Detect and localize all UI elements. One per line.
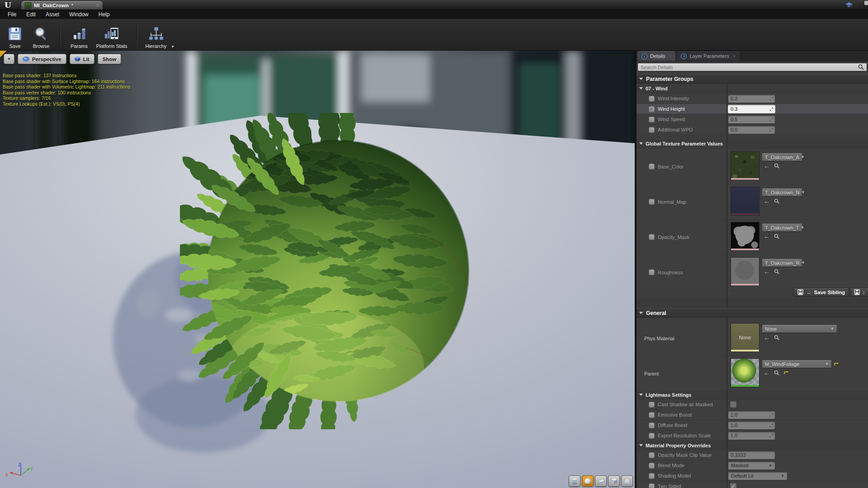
lit-mode-button[interactable]: Lit — [70, 54, 94, 64]
normal-map-asset-dropdown[interactable]: T_Oakcrown_N▼ — [762, 188, 802, 196]
hierarchy-button[interactable]: Hierarchy ▼ — [143, 21, 169, 49]
viewport-options-button[interactable]: ▼ — [4, 54, 14, 64]
expand-value-icon[interactable] — [769, 107, 774, 111]
param-row-wind-intensity[interactable]: Wind Intensity 0.2 — [637, 94, 868, 104]
preview-mesh-sphere-button[interactable] — [582, 475, 594, 487]
menu-window[interactable]: Window — [64, 10, 94, 19]
save-child-button[interactable]: ↓ S — [850, 287, 868, 297]
normal-map-thumbnail[interactable] — [731, 187, 760, 216]
show-menu-button[interactable]: Show — [98, 54, 122, 64]
override-checkbox[interactable] — [649, 452, 655, 458]
opacity-mask-clip-value-field[interactable]: 0.3333 — [728, 451, 775, 459]
browse-to-asset-icon[interactable] — [774, 234, 779, 239]
expand-value-icon[interactable] — [769, 423, 774, 427]
override-checkbox[interactable] — [649, 402, 655, 408]
use-selected-icon[interactable]: ← — [764, 335, 770, 340]
param-row-phys-material[interactable]: Phys Material None None▼ ← — [637, 321, 868, 356]
override-checkbox[interactable] — [649, 96, 655, 102]
override-checkbox[interactable] — [649, 127, 655, 133]
param-row-base-color[interactable]: Base_Color T_Oakcrown_A▼ ← — [637, 149, 868, 184]
section-material-property-overrides[interactable]: Material Property Overrides — [637, 441, 868, 450]
wind-height-field[interactable]: 0.3 — [728, 105, 775, 113]
browse-button[interactable]: Browse — [28, 21, 54, 49]
expand-value-icon[interactable] — [769, 413, 774, 417]
use-selected-icon[interactable]: ← — [764, 370, 770, 375]
override-checkbox[interactable] — [649, 199, 655, 205]
override-checkbox[interactable] — [649, 269, 655, 275]
wind-intensity-field[interactable]: 0.2 — [728, 95, 775, 103]
browse-to-asset-icon[interactable] — [774, 370, 779, 375]
menu-file[interactable]: File — [3, 10, 21, 19]
override-checkbox[interactable] — [649, 164, 655, 169]
menu-help[interactable]: Help — [94, 10, 115, 19]
preview-mesh-cylinder-button[interactable] — [569, 475, 580, 487]
param-row-opacity-mask-clip-value[interactable]: Opacity Mask Clip Value 0.3333 — [637, 450, 868, 460]
section-global-textures[interactable]: Global Texture Parameter Values — [637, 139, 868, 148]
platform-stats-button[interactable]: Platform Stats — [92, 21, 131, 49]
menu-asset[interactable]: Asset — [41, 10, 64, 19]
two-sided-checkbox[interactable]: ✓ — [730, 483, 736, 488]
close-icon[interactable]: × — [96, 3, 99, 8]
use-selected-icon[interactable]: ← — [764, 234, 770, 239]
chevron-down-icon[interactable]: ▼ — [171, 45, 175, 49]
phys-material-thumbnail[interactable]: None — [731, 323, 760, 352]
param-row-normal-map[interactable]: Normal_Map T_Oakcrown_N▼ ← — [637, 184, 868, 220]
use-selected-icon[interactable]: ← — [764, 269, 770, 274]
param-row-emissive-boost[interactable]: Emissive Boost 1.0 — [637, 410, 868, 420]
override-checkbox[interactable] — [649, 412, 655, 418]
preview-mesh-custom-button[interactable] — [621, 475, 633, 487]
expand-value-icon[interactable] — [769, 117, 774, 122]
base-color-asset-dropdown[interactable]: T_Oakcrown_A▼ — [762, 153, 802, 161]
override-checkbox[interactable] — [649, 483, 655, 488]
section-general[interactable]: General — [637, 308, 868, 318]
phys-material-dropdown[interactable]: None▼ — [762, 325, 837, 333]
section-wind[interactable]: 07 - Wind — [637, 84, 868, 93]
diffuse-boost-field[interactable]: 1.0 — [728, 422, 775, 429]
param-row-two-sided[interactable]: Two Sided ✓ — [637, 481, 868, 488]
search-input[interactable]: Search Details — [637, 63, 867, 71]
tab-layer-parameters[interactable]: i Layer Parameters × — [677, 51, 739, 61]
param-row-wind-height[interactable]: ✓Wind Height 0.3 — [637, 104, 868, 114]
roughness-thumbnail[interactable] — [731, 257, 760, 286]
param-row-opacity-mask[interactable]: Opacity_Mask T_Oakcrown_T▼ ← — [637, 220, 868, 255]
preview-mesh-cube-button[interactable] — [608, 475, 620, 487]
asset-tab[interactable]: MI_OakCrown * × — [21, 0, 103, 9]
param-row-export-resolution-scale[interactable]: Export Resolution Scale 1.0 — [637, 431, 868, 441]
roughness-asset-dropdown[interactable]: T_Oakcrown_R▼ — [762, 259, 802, 267]
override-checkbox[interactable] — [649, 117, 655, 122]
export-resolution-scale-field[interactable]: 1.0 — [728, 432, 775, 440]
browse-to-asset-icon[interactable] — [774, 198, 779, 204]
expand-value-icon[interactable] — [769, 128, 774, 132]
tab-details[interactable]: i Details × — [637, 51, 675, 61]
use-selected-icon[interactable]: ← — [764, 198, 770, 204]
params-button[interactable]: Params — [66, 21, 92, 49]
override-checkbox[interactable] — [649, 422, 655, 428]
base-color-thumbnail[interactable] — [731, 151, 760, 180]
section-parameter-groups[interactable]: Parameter Groups — [637, 74, 868, 84]
override-checkbox[interactable] — [649, 433, 655, 439]
browse-to-asset-icon[interactable] — [774, 269, 779, 274]
use-selected-icon[interactable]: ← — [764, 163, 770, 169]
param-row-wind-speed[interactable]: Wind Speed 0.5 — [637, 114, 868, 125]
expand-value-icon[interactable] — [769, 97, 774, 101]
close-icon[interactable]: × — [733, 54, 736, 59]
additional-wpo-field[interactable]: 0.0 — [728, 126, 775, 134]
section-lightmass[interactable]: Lightmass Settings — [637, 390, 868, 399]
param-row-blend-mode[interactable]: Blend Mode Masked▼ — [637, 460, 868, 471]
tutorial-icon[interactable] — [845, 2, 853, 10]
opacity-mask-asset-dropdown[interactable]: T_Oakcrown_T▼ — [762, 224, 802, 231]
override-checkbox[interactable] — [649, 473, 655, 479]
browse-to-asset-icon[interactable] — [774, 335, 779, 340]
wind-speed-field[interactable]: 0.5 — [728, 116, 775, 123]
param-row-cast-shadow-as-masked[interactable]: Cast Shadow as Masked — [637, 399, 868, 410]
override-checkbox[interactable] — [649, 234, 655, 240]
blend-mode-dropdown[interactable]: Masked▼ — [728, 462, 775, 469]
menu-edit[interactable]: Edit — [21, 10, 41, 19]
perspective-button[interactable]: Perspective — [18, 54, 66, 64]
cast-shadow-as-masked-checkbox[interactable] — [730, 401, 736, 408]
param-row-roughness[interactable]: Roughness T_Oakcrown_R▼ ← — [637, 255, 868, 290]
save-sibling-button[interactable]: → Save Sibling — [793, 287, 849, 297]
preview-mesh-plane-button[interactable] — [595, 475, 607, 487]
override-checkbox-checked[interactable]: ✓ — [649, 106, 655, 112]
param-row-parent[interactable]: Parent M_WindFoliage▼ ← — [637, 356, 868, 391]
